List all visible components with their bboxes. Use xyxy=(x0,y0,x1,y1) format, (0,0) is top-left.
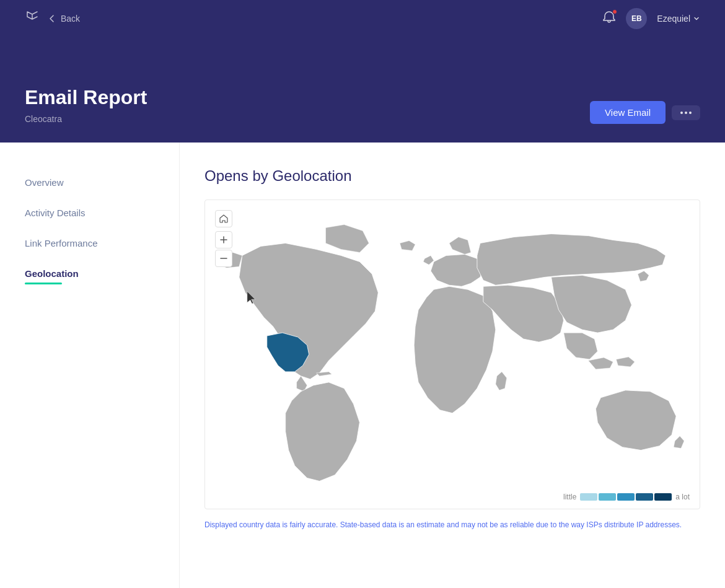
back-button[interactable]: Back xyxy=(47,14,80,24)
content-area: Opens by Geolocation xyxy=(180,143,725,588)
legend-lot-label: a lot xyxy=(675,493,690,501)
view-email-button[interactable]: View Email xyxy=(590,101,666,124)
notification-dot xyxy=(612,9,617,14)
legend-segment-2 xyxy=(599,493,616,501)
sidebar-item-link-performance[interactable]: Link Performance xyxy=(25,228,154,258)
legend-segment-5 xyxy=(654,493,672,501)
legend-segment-3 xyxy=(617,493,635,501)
map-legend: little a lot xyxy=(563,493,690,501)
legend-bar xyxy=(580,493,672,501)
svg-point-0 xyxy=(680,112,683,114)
page-title: Email Report xyxy=(25,86,147,109)
top-nav: Back EB Ezequiel xyxy=(25,0,700,37)
avatar: EB xyxy=(626,8,647,29)
page-subtitle: Cleocatra xyxy=(25,114,147,124)
sidebar-item-geolocation[interactable]: Geolocation xyxy=(25,258,154,294)
map-controls xyxy=(215,210,232,267)
svg-point-1 xyxy=(685,112,687,114)
svg-point-2 xyxy=(689,112,692,114)
more-options-button[interactable] xyxy=(672,105,700,120)
legend-little-label: little xyxy=(563,493,576,501)
header-content: Email Report Cleocatra View Email xyxy=(25,37,700,143)
legend-segment-4 xyxy=(636,493,653,501)
nav-right: EB Ezequiel xyxy=(602,8,700,29)
nav-left: Back xyxy=(25,9,80,28)
main-layout: Overview Activity Details Link Performan… xyxy=(0,143,725,588)
user-menu[interactable]: Ezequiel xyxy=(657,14,700,24)
sidebar-item-overview[interactable]: Overview xyxy=(25,167,154,198)
map-home-button[interactable] xyxy=(215,210,232,227)
map-container[interactable]: little a lot xyxy=(204,200,700,509)
header-title-block: Email Report Cleocatra xyxy=(25,86,147,124)
header-actions: View Email xyxy=(590,101,700,124)
map-zoom-out-button[interactable] xyxy=(215,250,232,267)
sidebar: Overview Activity Details Link Performan… xyxy=(0,143,180,588)
disclaimer-text: Displayed country data is fairly accurat… xyxy=(204,519,700,530)
world-map xyxy=(205,200,700,509)
section-title: Opens by Geolocation xyxy=(204,167,700,185)
sidebar-item-activity-details[interactable]: Activity Details xyxy=(25,198,154,228)
map-zoom-in-button[interactable] xyxy=(215,231,232,248)
logo-icon xyxy=(25,9,40,28)
legend-segment-1 xyxy=(580,493,597,501)
page-header: Back EB Ezequiel Email Report Cleocatra xyxy=(0,0,725,143)
notifications-bell[interactable] xyxy=(602,11,616,27)
